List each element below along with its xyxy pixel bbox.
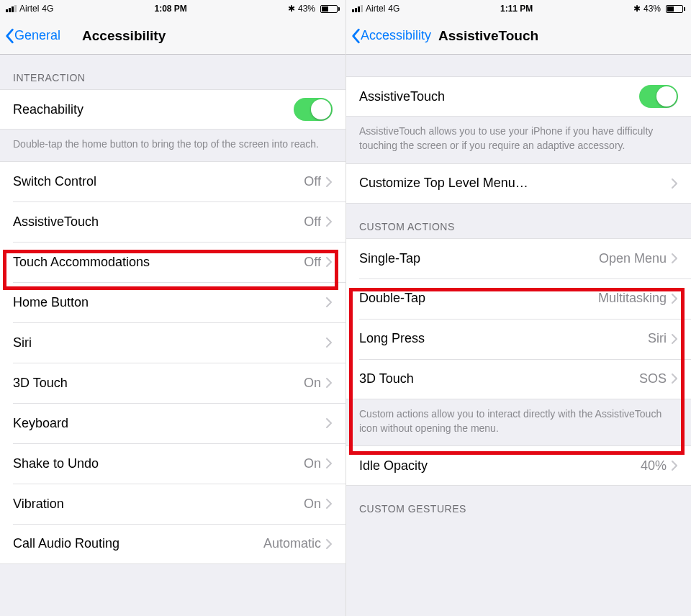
page-title: AssistiveTouch	[438, 28, 538, 44]
row-label: Call Audio Routing	[13, 536, 263, 551]
chevron-right-icon	[671, 293, 678, 304]
row-vibration[interactable]: Vibration On	[0, 484, 346, 524]
row-siri[interactable]: Siri	[0, 322, 346, 363]
row-double-tap[interactable]: Double-Tap Multitasking	[346, 278, 691, 319]
section-header-custom-gestures: CUSTOM GESTURES	[346, 486, 691, 520]
row-reachability[interactable]: Reachability	[0, 89, 346, 130]
clock: 1:08 PM	[154, 4, 186, 14]
right-screenshot: Airtel 4G 1:11 PM ✱ 43% Accessibility As…	[346, 0, 691, 616]
row-value: 40%	[641, 458, 667, 474]
row-value: Open Menu	[599, 251, 667, 266]
toggle-on-icon[interactable]	[639, 85, 678, 108]
row-value: On	[304, 376, 321, 391]
row-assistivetouch[interactable]: AssistiveTouch Off	[0, 201, 346, 242]
row-label: Double-Tap	[359, 291, 598, 306]
network-label: 4G	[388, 4, 399, 14]
row-label: Vibration	[13, 497, 304, 512]
row-value: On	[304, 497, 321, 512]
carrier-label: Airtel	[19, 4, 39, 14]
row-label: Customize Top Level Menu…	[359, 176, 671, 191]
row-assistivetouch-toggle[interactable]: AssistiveTouch	[346, 76, 691, 117]
chevron-right-icon	[325, 498, 333, 509]
row-label: Touch Accommodations	[13, 255, 304, 270]
row-long-press[interactable]: Long Press Siri	[346, 319, 691, 359]
reachability-footer: Double-tap the home button to bring the …	[0, 130, 346, 161]
row-label: Idle Opacity	[359, 458, 641, 474]
row-label: Home Button	[13, 295, 325, 310]
row-value: Multitasking	[598, 291, 667, 306]
row-single-tap[interactable]: Single-Tap Open Menu	[346, 238, 691, 278]
clock: 1:11 PM	[500, 4, 533, 14]
row-label: Long Press	[359, 331, 648, 346]
row-value: SOS	[639, 371, 667, 386]
left-screenshot: Airtel 4G 1:08 PM ✱ 43% General Accessib…	[0, 0, 346, 616]
row-3d-touch[interactable]: 3D Touch On	[0, 363, 346, 403]
row-value: Automatic	[263, 536, 321, 551]
back-label: General	[14, 28, 60, 43]
row-label: 3D Touch	[359, 371, 639, 386]
chevron-right-icon	[325, 417, 333, 429]
back-button[interactable]: General	[0, 28, 60, 44]
chevron-right-icon	[671, 460, 678, 471]
chevron-right-icon	[325, 216, 333, 227]
row-home-button[interactable]: Home Button	[0, 282, 346, 322]
row-customize-top-level-menu[interactable]: Customize Top Level Menu…	[346, 163, 691, 204]
network-label: 4G	[42, 4, 53, 14]
row-label: Keyboard	[13, 416, 325, 431]
chevron-right-icon	[325, 256, 333, 268]
row-value: Siri	[648, 331, 667, 346]
signal-icon	[6, 5, 17, 12]
chevron-left-icon	[4, 28, 14, 44]
toggle-on-icon[interactable]	[294, 98, 333, 121]
row-label: AssistiveTouch	[359, 89, 639, 104]
chevron-right-icon	[325, 538, 333, 550]
nav-bar: Accessibility AssistiveTouch	[346, 17, 691, 55]
battery-percent: 43%	[298, 4, 315, 14]
back-button[interactable]: Accessibility	[346, 28, 431, 44]
row-label: AssistiveTouch	[13, 214, 304, 230]
carrier-label: Airtel	[366, 4, 385, 14]
chevron-right-icon	[325, 337, 333, 348]
chevron-right-icon	[325, 377, 333, 389]
row-value: Off	[304, 214, 321, 230]
row-label: Siri	[13, 335, 325, 350]
row-value: Off	[304, 255, 321, 270]
row-label: 3D Touch	[13, 376, 304, 391]
row-value: On	[304, 456, 321, 471]
row-3d-touch[interactable]: 3D Touch SOS	[346, 359, 691, 399]
battery-icon	[664, 5, 685, 13]
row-label: Shake to Undo	[13, 456, 304, 471]
chevron-right-icon	[325, 176, 333, 188]
custom-actions-footer: Custom actions allow you to interact dir…	[346, 399, 691, 446]
section-header-custom-actions: CUSTOM ACTIONS	[346, 204, 691, 238]
chevron-right-icon	[325, 458, 333, 469]
bluetooth-icon: ✱	[633, 4, 641, 14]
status-bar: Airtel 4G 1:11 PM ✱ 43%	[346, 0, 691, 17]
battery-icon	[318, 5, 340, 13]
row-label: Single-Tap	[359, 251, 599, 266]
status-bar: Airtel 4G 1:08 PM ✱ 43%	[0, 0, 346, 17]
row-idle-opacity[interactable]: Idle Opacity 40%	[346, 445, 691, 486]
row-label: Switch Control	[13, 174, 304, 189]
nav-bar: General Accessibility	[0, 17, 346, 55]
row-value: Off	[304, 174, 321, 189]
chevron-right-icon	[671, 333, 678, 345]
chevron-right-icon	[325, 296, 333, 308]
assistivetouch-footer: AssistiveTouch allows you to use your iP…	[346, 117, 691, 163]
row-label: Reachability	[13, 102, 294, 117]
chevron-right-icon	[671, 253, 678, 264]
chevron-left-icon	[351, 28, 361, 44]
row-call-audio-routing[interactable]: Call Audio Routing Automatic	[0, 524, 346, 564]
row-shake-to-undo[interactable]: Shake to Undo On	[0, 443, 346, 484]
back-label: Accessibility	[361, 28, 431, 43]
row-touch-accommodations[interactable]: Touch Accommodations Off	[0, 242, 346, 282]
battery-percent: 43%	[643, 4, 661, 14]
row-switch-control[interactable]: Switch Control Off	[0, 161, 346, 201]
signal-icon	[352, 5, 363, 12]
bluetooth-icon: ✱	[288, 4, 295, 14]
section-header-interaction: INTERACTION	[0, 55, 346, 89]
page-title: Accessibility	[82, 28, 166, 44]
row-keyboard[interactable]: Keyboard	[0, 403, 346, 443]
chevron-right-icon	[671, 373, 678, 384]
chevron-right-icon	[671, 178, 678, 189]
